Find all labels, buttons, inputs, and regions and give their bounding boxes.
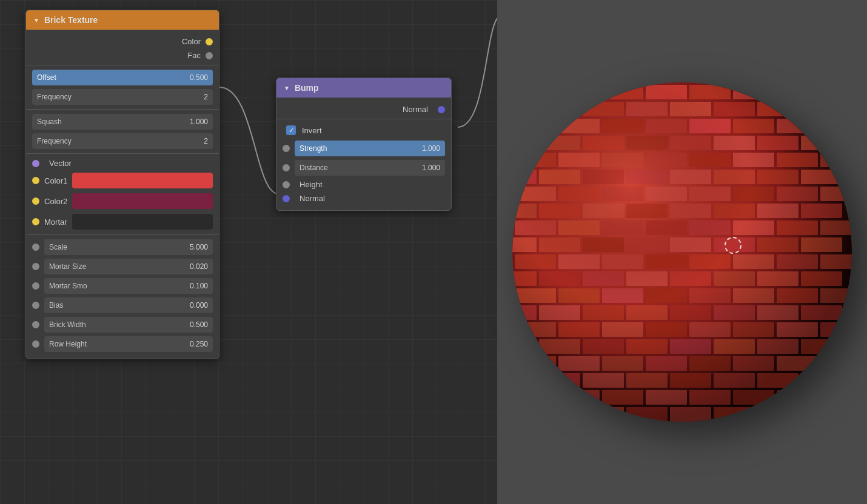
svg-rect-13 — [820, 85, 852, 99]
color2-socket[interactable] — [32, 197, 39, 205]
row-height-label: Row Height — [44, 340, 185, 348]
invert-checkbox[interactable]: ✓ — [286, 125, 296, 135]
normal-output-label: Normal — [403, 105, 428, 114]
svg-rect-7 — [558, 85, 600, 99]
distance-field-row: Distance 1.000 — [276, 158, 451, 177]
color2-swatch[interactable] — [72, 193, 213, 209]
offset-field-row: Offset 0.500 — [26, 68, 219, 87]
normal-input-row: Normal — [276, 191, 451, 205]
vector-input-row: Vector — [26, 156, 219, 170]
frequency2-value: 2 — [199, 137, 213, 145]
svg-rect-21 — [801, 102, 842, 116]
bump-divider1 — [276, 119, 451, 119]
frequency2-field[interactable]: Frequency 2 — [32, 133, 213, 149]
strength-socket[interactable] — [283, 145, 290, 152]
color-socket[interactable] — [206, 38, 213, 45]
squash-field[interactable]: Squash 1.000 — [32, 114, 213, 130]
mortar-smo-field[interactable]: Mortar Smo 0.100 — [44, 278, 213, 294]
brick-texture-node: ▼ Brick Texture Color Fac Offset 0.500 — [25, 10, 219, 359]
color-output-label: Color — [182, 37, 201, 46]
height-label: Height — [300, 180, 323, 189]
brick-pattern-svg — [512, 82, 852, 422]
divider4 — [26, 234, 219, 235]
color1-socket[interactable] — [32, 177, 39, 184]
frequency1-value: 2 — [199, 93, 213, 101]
normal-input-label: Normal — [300, 194, 325, 203]
svg-rect-160 — [583, 407, 624, 422]
mortar-row: Mortar — [26, 211, 219, 232]
mortar-swatch[interactable] — [72, 214, 213, 230]
height-socket[interactable] — [283, 181, 290, 188]
svg-rect-15 — [539, 102, 580, 116]
color2-row: Color2 — [26, 191, 219, 211]
offset-label: Offset — [32, 73, 185, 82]
svg-rect-6 — [515, 85, 556, 99]
fac-socket[interactable] — [206, 52, 213, 59]
normal-input-socket[interactable] — [283, 195, 290, 202]
squash-field-row: Squash 1.000 — [26, 112, 219, 131]
mortar-socket[interactable] — [32, 218, 39, 225]
bias-field[interactable]: Bias 0.000 — [44, 297, 213, 313]
checkmark-icon: ✓ — [289, 127, 294, 134]
divider2 — [26, 109, 219, 110]
render-preview — [497, 0, 867, 504]
squash-label: Squash — [32, 118, 185, 126]
row-height-socket[interactable] — [32, 340, 39, 348]
color-output-row: Color — [26, 35, 219, 48]
svg-point-166 — [512, 82, 852, 422]
collapse-triangle[interactable]: ▼ — [33, 17, 39, 24]
distance-socket[interactable] — [283, 164, 290, 171]
squash-value: 1.000 — [185, 118, 213, 126]
frequency1-label: Frequency — [32, 93, 199, 101]
mortar-smo-socket[interactable] — [32, 282, 39, 290]
height-input-row: Height — [276, 177, 451, 191]
vector-socket[interactable] — [32, 160, 39, 167]
svg-rect-157 — [820, 390, 852, 405]
svg-rect-126 — [512, 339, 537, 354]
strength-field[interactable]: Strength 1.000 — [295, 141, 445, 156]
svg-rect-159 — [539, 407, 580, 422]
svg-rect-22 — [515, 119, 556, 133]
offset-field[interactable]: Offset 0.500 — [32, 70, 213, 85]
frequency2-label: Frequency — [32, 137, 199, 145]
row-height-field[interactable]: Row Height 0.250 — [44, 336, 213, 352]
mortar-smo-value: 0.100 — [185, 282, 213, 290]
invert-row: ✓ Invert — [276, 122, 451, 139]
frequency1-field[interactable]: Frequency 2 — [32, 89, 213, 105]
strength-field-row: Strength 1.000 — [276, 139, 451, 158]
distance-field[interactable]: Distance 1.000 — [295, 160, 445, 176]
scale-label: Scale — [44, 243, 185, 251]
bump-collapse-triangle[interactable]: ▼ — [284, 85, 290, 91]
3d-cursor — [725, 237, 741, 254]
svg-rect-164 — [757, 407, 798, 422]
brick-width-socket[interactable] — [32, 321, 39, 328]
mortar-smo-field-row: Mortar Smo 0.100 — [26, 276, 219, 296]
svg-rect-29 — [820, 119, 852, 133]
svg-rect-14 — [512, 102, 537, 116]
bump-node-body: Normal ✓ Invert Strength 1.000 — [276, 98, 451, 210]
bias-field-row: Bias 0.000 — [26, 296, 219, 315]
scale-socket[interactable] — [32, 244, 39, 251]
color1-swatch[interactable] — [72, 173, 213, 188]
divider1 — [26, 65, 219, 65]
normal-output-socket[interactable] — [438, 106, 445, 113]
row-height-field-row: Row Height 0.250 — [26, 334, 219, 354]
mortar-smo-label: Mortar Smo — [44, 282, 185, 290]
bias-socket[interactable] — [32, 302, 39, 309]
brick-width-field[interactable]: Brick Width 0.500 — [44, 317, 213, 333]
svg-rect-30 — [512, 136, 537, 150]
strength-label: Strength — [295, 144, 417, 153]
divider3 — [26, 153, 219, 154]
mortar-size-field[interactable]: Mortar Size 0.020 — [44, 259, 213, 274]
color1-row: Color1 — [26, 170, 219, 191]
mortar-size-socket[interactable] — [32, 263, 39, 270]
row-height-value: 0.250 — [185, 340, 213, 348]
mortar-label: Mortar — [44, 217, 67, 227]
mortar-size-field-row: Mortar Size 0.020 — [26, 257, 219, 276]
vector-label: Vector — [49, 159, 72, 168]
color2-label: Color2 — [44, 197, 67, 206]
brick-sphere — [512, 82, 852, 422]
offset-value: 0.500 — [185, 73, 213, 82]
svg-rect-149 — [801, 373, 842, 388]
scale-field[interactable]: Scale 5.000 — [44, 239, 213, 255]
